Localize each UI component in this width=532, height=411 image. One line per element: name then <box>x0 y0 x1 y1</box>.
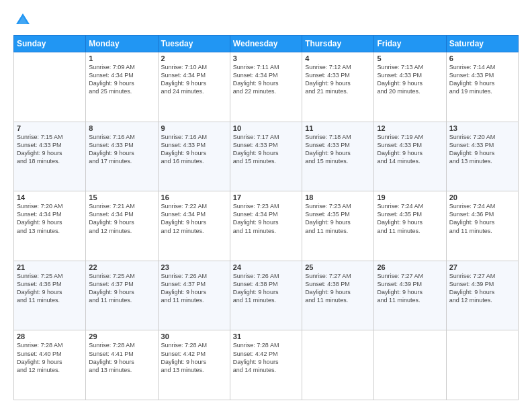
calendar-cell: 13Sunrise: 7:20 AM Sunset: 4:33 PM Dayli… <box>446 122 518 191</box>
calendar-cell: 7Sunrise: 7:15 AM Sunset: 4:33 PM Daylig… <box>14 122 86 191</box>
weekday-header: Wednesday <box>230 36 302 52</box>
calendar-cell: 8Sunrise: 7:16 AM Sunset: 4:33 PM Daylig… <box>86 122 158 191</box>
day-number: 1 <box>89 54 154 62</box>
day-info: Sunrise: 7:27 AM Sunset: 4:38 PM Dayligh… <box>305 272 371 305</box>
calendar-cell: 26Sunrise: 7:27 AM Sunset: 4:39 PM Dayli… <box>374 261 446 330</box>
calendar: SundayMondayTuesdayWednesdayThursdayFrid… <box>13 35 519 400</box>
calendar-cell: 12Sunrise: 7:19 AM Sunset: 4:33 PM Dayli… <box>374 122 446 191</box>
day-number: 10 <box>233 124 299 132</box>
calendar-week-row: 14Sunrise: 7:20 AM Sunset: 4:34 PM Dayli… <box>14 191 519 261</box>
day-info: Sunrise: 7:17 AM Sunset: 4:33 PM Dayligh… <box>233 133 299 166</box>
day-info: Sunrise: 7:16 AM Sunset: 4:33 PM Dayligh… <box>89 133 154 166</box>
calendar-cell <box>446 330 518 400</box>
logo <box>13 11 35 30</box>
calendar-cell: 30Sunrise: 7:28 AM Sunset: 4:42 PM Dayli… <box>158 330 230 400</box>
calendar-cell: 15Sunrise: 7:21 AM Sunset: 4:34 PM Dayli… <box>86 191 158 261</box>
day-info: Sunrise: 7:16 AM Sunset: 4:33 PM Dayligh… <box>161 133 227 166</box>
day-number: 13 <box>449 124 515 132</box>
day-number: 3 <box>233 54 299 62</box>
day-info: Sunrise: 7:21 AM Sunset: 4:34 PM Dayligh… <box>89 202 154 235</box>
calendar-cell: 18Sunrise: 7:23 AM Sunset: 4:35 PM Dayli… <box>302 191 374 261</box>
day-info: Sunrise: 7:10 AM Sunset: 4:34 PM Dayligh… <box>161 63 227 96</box>
day-number: 4 <box>305 54 371 62</box>
calendar-cell: 10Sunrise: 7:17 AM Sunset: 4:33 PM Dayli… <box>230 122 302 191</box>
calendar-cell: 5Sunrise: 7:13 AM Sunset: 4:33 PM Daylig… <box>374 52 446 122</box>
weekday-header: Monday <box>86 36 158 52</box>
header <box>13 11 519 30</box>
calendar-week-row: 1Sunrise: 7:09 AM Sunset: 4:34 PM Daylig… <box>14 52 519 122</box>
calendar-cell: 6Sunrise: 7:14 AM Sunset: 4:33 PM Daylig… <box>446 52 518 122</box>
calendar-cell: 4Sunrise: 7:12 AM Sunset: 4:33 PM Daylig… <box>302 52 374 122</box>
day-number: 12 <box>377 124 443 132</box>
day-info: Sunrise: 7:28 AM Sunset: 4:42 PM Dayligh… <box>233 341 299 374</box>
day-number: 24 <box>233 263 299 271</box>
calendar-cell: 19Sunrise: 7:24 AM Sunset: 4:35 PM Dayli… <box>374 191 446 261</box>
day-number: 17 <box>233 193 299 201</box>
day-info: Sunrise: 7:20 AM Sunset: 4:33 PM Dayligh… <box>449 133 515 166</box>
weekday-header: Friday <box>374 36 446 52</box>
day-info: Sunrise: 7:24 AM Sunset: 4:35 PM Dayligh… <box>377 202 443 235</box>
page: SundayMondayTuesdayWednesdayThursdayFrid… <box>0 0 532 411</box>
day-info: Sunrise: 7:11 AM Sunset: 4:34 PM Dayligh… <box>233 63 299 96</box>
day-number: 26 <box>377 263 443 271</box>
day-number: 21 <box>17 263 83 271</box>
day-number: 23 <box>161 263 227 271</box>
day-info: Sunrise: 7:19 AM Sunset: 4:33 PM Dayligh… <box>377 133 443 166</box>
calendar-cell <box>14 52 86 122</box>
day-info: Sunrise: 7:23 AM Sunset: 4:34 PM Dayligh… <box>233 202 299 235</box>
day-number: 22 <box>89 263 154 271</box>
day-info: Sunrise: 7:27 AM Sunset: 4:39 PM Dayligh… <box>449 272 515 305</box>
day-number: 16 <box>161 193 227 201</box>
day-number: 30 <box>161 332 227 340</box>
day-info: Sunrise: 7:20 AM Sunset: 4:34 PM Dayligh… <box>17 202 83 235</box>
weekday-header: Tuesday <box>158 36 230 52</box>
calendar-cell: 27Sunrise: 7:27 AM Sunset: 4:39 PM Dayli… <box>446 261 518 330</box>
day-info: Sunrise: 7:15 AM Sunset: 4:33 PM Dayligh… <box>17 133 83 166</box>
day-number: 9 <box>161 124 227 132</box>
day-number: 11 <box>305 124 371 132</box>
calendar-cell: 3Sunrise: 7:11 AM Sunset: 4:34 PM Daylig… <box>230 52 302 122</box>
calendar-cell: 24Sunrise: 7:26 AM Sunset: 4:38 PM Dayli… <box>230 261 302 330</box>
calendar-cell: 20Sunrise: 7:24 AM Sunset: 4:36 PM Dayli… <box>446 191 518 261</box>
day-number: 7 <box>17 124 83 132</box>
calendar-cell: 28Sunrise: 7:28 AM Sunset: 4:40 PM Dayli… <box>14 330 86 400</box>
calendar-cell: 23Sunrise: 7:26 AM Sunset: 4:37 PM Dayli… <box>158 261 230 330</box>
day-info: Sunrise: 7:14 AM Sunset: 4:33 PM Dayligh… <box>449 63 515 96</box>
day-number: 31 <box>233 332 299 340</box>
day-info: Sunrise: 7:24 AM Sunset: 4:36 PM Dayligh… <box>449 202 515 235</box>
day-info: Sunrise: 7:13 AM Sunset: 4:33 PM Dayligh… <box>377 63 443 96</box>
day-info: Sunrise: 7:25 AM Sunset: 4:36 PM Dayligh… <box>17 272 83 305</box>
calendar-cell: 2Sunrise: 7:10 AM Sunset: 4:34 PM Daylig… <box>158 52 230 122</box>
weekday-header: Saturday <box>446 36 518 52</box>
weekday-header: Thursday <box>302 36 374 52</box>
calendar-cell: 17Sunrise: 7:23 AM Sunset: 4:34 PM Dayli… <box>230 191 302 261</box>
calendar-body: 1Sunrise: 7:09 AM Sunset: 4:34 PM Daylig… <box>14 52 519 400</box>
calendar-cell: 1Sunrise: 7:09 AM Sunset: 4:34 PM Daylig… <box>86 52 158 122</box>
day-info: Sunrise: 7:28 AM Sunset: 4:41 PM Dayligh… <box>89 341 154 374</box>
calendar-cell: 9Sunrise: 7:16 AM Sunset: 4:33 PM Daylig… <box>158 122 230 191</box>
day-info: Sunrise: 7:12 AM Sunset: 4:33 PM Dayligh… <box>305 63 371 96</box>
day-info: Sunrise: 7:18 AM Sunset: 4:33 PM Dayligh… <box>305 133 371 166</box>
day-info: Sunrise: 7:27 AM Sunset: 4:39 PM Dayligh… <box>377 272 443 305</box>
day-number: 18 <box>305 193 371 201</box>
day-number: 28 <box>17 332 83 340</box>
calendar-week-row: 21Sunrise: 7:25 AM Sunset: 4:36 PM Dayli… <box>14 261 519 330</box>
logo-icon <box>13 11 32 30</box>
day-number: 6 <box>449 54 515 62</box>
day-number: 14 <box>17 193 83 201</box>
calendar-cell: 31Sunrise: 7:28 AM Sunset: 4:42 PM Dayli… <box>230 330 302 400</box>
day-info: Sunrise: 7:26 AM Sunset: 4:38 PM Dayligh… <box>233 272 299 305</box>
day-number: 19 <box>377 193 443 201</box>
day-info: Sunrise: 7:23 AM Sunset: 4:35 PM Dayligh… <box>305 202 371 235</box>
day-info: Sunrise: 7:26 AM Sunset: 4:37 PM Dayligh… <box>161 272 227 305</box>
day-number: 29 <box>89 332 154 340</box>
calendar-week-row: 28Sunrise: 7:28 AM Sunset: 4:40 PM Dayli… <box>14 330 519 400</box>
calendar-cell <box>374 330 446 400</box>
day-number: 8 <box>89 124 154 132</box>
day-info: Sunrise: 7:28 AM Sunset: 4:42 PM Dayligh… <box>161 341 227 374</box>
day-info: Sunrise: 7:25 AM Sunset: 4:37 PM Dayligh… <box>89 272 154 305</box>
calendar-header: SundayMondayTuesdayWednesdayThursdayFrid… <box>14 36 519 52</box>
day-number: 15 <box>89 193 154 201</box>
calendar-week-row: 7Sunrise: 7:15 AM Sunset: 4:33 PM Daylig… <box>14 122 519 191</box>
day-number: 20 <box>449 193 515 201</box>
